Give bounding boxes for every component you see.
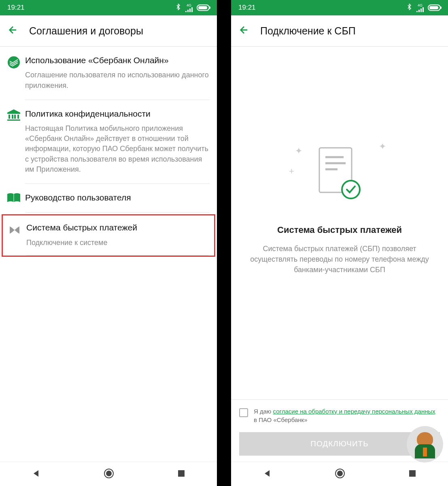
android-nav-bar — [0, 462, 217, 486]
nav-back-icon[interactable] — [32, 469, 40, 480]
svg-point-3 — [106, 471, 112, 476]
sbp-icon — [8, 222, 26, 256]
item-title: Политика конфиденциальности — [25, 108, 210, 119]
signal-icon: 4G — [416, 4, 424, 12]
page-title: Подключение к СБП — [260, 25, 356, 37]
status-bar: 19:21 4G — [231, 0, 448, 15]
item-title: Система быстрых платежей — [26, 222, 208, 233]
sbp-main-content: ✦ ✦ + Система быстрых платежей Система б… — [231, 47, 448, 399]
status-time: 19:21 — [238, 4, 256, 12]
sberbank-logo-icon — [7, 55, 25, 100]
page-title: Соглашения и договоры — [29, 25, 143, 37]
back-arrow-icon[interactable] — [238, 24, 250, 37]
status-icons: 4G — [407, 3, 441, 13]
battery-icon — [428, 4, 441, 11]
list-item-privacy-policy[interactable]: Политика конфиденциальности Настоящая По… — [0, 100, 217, 184]
status-bar: 19:21 4G — [0, 0, 217, 15]
list-item-sbp[interactable]: Система быстрых платежей Подключение к с… — [2, 214, 215, 257]
back-arrow-icon[interactable] — [7, 24, 19, 37]
nav-recent-icon[interactable] — [408, 469, 416, 479]
item-description: Подключение к системе — [26, 238, 208, 248]
svg-point-11 — [337, 471, 343, 476]
android-nav-bar — [231, 462, 448, 486]
bluetooth-icon — [176, 3, 181, 13]
avatar[interactable] — [407, 426, 443, 463]
app-header: Подключение к СБП — [231, 15, 448, 47]
phone-left: 19:21 4G Соглашения и договоры Использов… — [0, 0, 217, 486]
phone-right: 19:21 4G Подключение к СБП ✦ ✦ + — [231, 0, 448, 486]
battery-icon — [197, 4, 210, 11]
sbp-title: Система быстрых платежей — [242, 225, 437, 235]
item-title: Использование «Сбербанк Онлайн» — [25, 55, 210, 66]
agreements-list: Использование «Сбербанк Онлайн» Соглашен… — [0, 47, 217, 462]
status-icons: 4G — [176, 3, 210, 13]
bank-icon — [7, 108, 25, 184]
svg-point-9 — [342, 181, 360, 198]
document-check-icon — [315, 146, 364, 202]
nav-back-icon[interactable] — [263, 469, 272, 480]
svg-rect-12 — [409, 470, 416, 477]
status-time: 19:21 — [7, 4, 25, 12]
sbp-illustration: ✦ ✦ + — [242, 144, 437, 205]
item-title: Руководство пользователя — [25, 192, 210, 203]
svg-rect-4 — [178, 470, 185, 477]
app-header: Соглашения и договоры — [0, 15, 217, 47]
nav-home-icon[interactable] — [104, 468, 114, 480]
nav-home-icon[interactable] — [335, 468, 345, 480]
item-description: Соглашение пользователя по использованию… — [25, 70, 210, 90]
nav-recent-icon[interactable] — [177, 469, 185, 479]
book-icon — [7, 192, 25, 213]
list-item-user-guide[interactable]: Руководство пользователя — [0, 184, 217, 213]
consent-link[interactable]: согласие на обработку и передачу персона… — [273, 408, 435, 415]
bluetooth-icon — [407, 3, 412, 13]
consent-checkbox[interactable] — [239, 408, 248, 417]
item-description: Настоящая Политика мобильного приложения… — [25, 124, 210, 175]
sbp-description: Система быстрых платежей (СБП) позволяет… — [242, 243, 437, 275]
sparkle-icon: ✦ — [295, 146, 302, 156]
signal-icon: 4G — [185, 4, 193, 12]
list-item-sberbank-online[interactable]: Использование «Сбербанк Онлайн» Соглашен… — [0, 47, 217, 100]
consent-text: Я даю согласие на обработку и передачу п… — [254, 407, 440, 424]
sparkle-icon: ✦ — [379, 141, 386, 152]
consent-row: Я даю согласие на обработку и передачу п… — [239, 407, 440, 424]
sparkle-icon: + — [289, 166, 294, 177]
